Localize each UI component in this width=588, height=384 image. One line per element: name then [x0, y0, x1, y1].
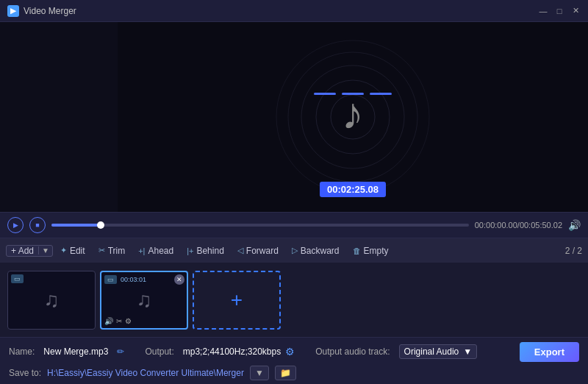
add-button[interactable]: + Add ▼ — [6, 245, 53, 257]
output-value: mp3;2;44100Hz;320kbps — [183, 346, 281, 357]
clip-music-icon-2: ♫ — [137, 288, 152, 312]
clip-gear-icon: ⚙ — [125, 317, 132, 325]
add-clip-icon: + — [231, 288, 243, 312]
stop-button[interactable]: ■ — [29, 217, 46, 233]
ahead-button[interactable]: +| Ahead — [132, 242, 179, 260]
trim-icon: ✂ — [98, 246, 105, 255]
toolbar: + Add ▼ ✦ Edit ✂ Trim +| Ahead |+ Behind… — [0, 238, 588, 263]
add-button-arrow[interactable]: ▼ — [38, 246, 52, 255]
add-button-main[interactable]: + Add — [7, 246, 38, 256]
export-button[interactable]: Export — [520, 342, 579, 362]
clip-close-2[interactable]: ✕ — [174, 274, 184, 285]
clip-item-2[interactable]: ▭ 00:03:01 ✕ ♫ 🔊 ✂ ⚙ — [100, 271, 188, 330]
bottom-row2: Save to: H:\Eassiy\Eassiy Video Converte… — [9, 366, 579, 380]
video-preview: ♪ 00:02:25.08 — [0, 22, 588, 212]
clip-add-button[interactable]: + — [193, 271, 281, 330]
title-text: Video Merger — [24, 6, 538, 16]
path-dropdown[interactable]: ▼ — [250, 366, 269, 380]
title-bar: ▶ Video Merger — □ ✕ — [0, 0, 588, 22]
empty-button[interactable]: 🗑 Empty — [347, 242, 395, 260]
audio-track-arrow: ▼ — [463, 346, 472, 357]
rings-container: ♪ — [272, 36, 434, 198]
behind-icon: |+ — [187, 246, 193, 255]
music-note-icon: ♪ — [342, 88, 364, 139]
clips-panel: ▭ ♫ ▭ 00:03:01 ✕ ♫ 🔊 ✂ ⚙ + — [0, 263, 588, 337]
clip-badge-1: ▭ — [11, 274, 24, 283]
play-button[interactable]: ▶ — [7, 217, 24, 233]
behind-button[interactable]: |+ Behind — [181, 242, 230, 260]
progress-line-3 — [370, 93, 392, 95]
clip-music-icon-1: ♫ — [44, 288, 60, 312]
settings-gear-icon[interactable]: ⚙ — [285, 346, 295, 358]
preview-main: ♪ 00:02:25.08 — [118, 22, 588, 212]
name-value: New Merge.mp3 — [43, 346, 108, 357]
save-to-label: Save to: — [9, 368, 41, 378]
clip-icons-2: 🔊 ✂ ⚙ — [104, 317, 132, 325]
trim-button[interactable]: ✂ Trim — [93, 242, 132, 260]
progress-bar-fill — [51, 224, 101, 227]
progress-bar[interactable] — [51, 224, 469, 227]
clip-item-1[interactable]: ▭ ♫ — [7, 271, 96, 330]
backward-icon: ▷ — [292, 246, 298, 255]
page-indicator: 2 / 2 — [565, 246, 582, 256]
preview-left-panel — [0, 22, 118, 212]
forward-icon: ◁ — [237, 246, 243, 255]
output-info: mp3;2;44100Hz;320kbps ⚙ — [183, 346, 295, 358]
volume-icon[interactable]: 🔊 — [568, 219, 581, 231]
app-icon: ▶ — [7, 5, 19, 17]
progress-line-1 — [314, 93, 336, 95]
save-path[interactable]: H:\Eassiy\Eassiy Video Converter Ultimat… — [47, 368, 244, 378]
edit-button[interactable]: ✦ Edit — [54, 242, 91, 260]
clip-time-2: 00:03:01 — [118, 275, 149, 284]
edit-icon: ✦ — [60, 246, 67, 255]
edit-name-icon[interactable]: ✏ — [117, 346, 124, 357]
clip-badge-2: ▭ — [104, 275, 117, 284]
clip-vol-icon: 🔊 — [104, 317, 113, 325]
window-controls: — □ ✕ — [538, 6, 581, 16]
transport-bar: ▶ ■ 00:00:00.00/00:05:50.02 🔊 — [0, 212, 588, 238]
forward-button[interactable]: ◁ Forward — [232, 242, 284, 260]
ahead-icon: +| — [138, 246, 145, 255]
folder-button[interactable]: 📁 — [275, 366, 296, 380]
audio-track-label: Output audio track: — [315, 346, 390, 357]
audio-track-select[interactable]: Original Audio ▼ — [399, 344, 478, 359]
output-label: Output: — [145, 346, 173, 357]
time-badge: 00:02:25.08 — [320, 182, 386, 197]
maximize-button[interactable]: □ — [554, 6, 564, 16]
empty-icon: 🗑 — [353, 246, 361, 255]
name-label: Name: — [9, 346, 35, 357]
audio-track-value: Original Audio — [404, 346, 459, 357]
backward-button[interactable]: ▷ Backward — [286, 242, 345, 260]
progress-handle[interactable] — [97, 221, 104, 229]
minimize-button[interactable]: — — [538, 6, 548, 16]
bottom-row1: Name: New Merge.mp3 ✏ Output: mp3;2;4410… — [9, 342, 579, 362]
clip-cut-icon: ✂ — [116, 317, 122, 325]
time-display: 00:00:00.00/00:05:50.02 — [475, 221, 562, 230]
bottom-bar: Name: New Merge.mp3 ✏ Output: mp3;2;4410… — [0, 337, 588, 384]
close-button[interactable]: ✕ — [570, 6, 581, 16]
